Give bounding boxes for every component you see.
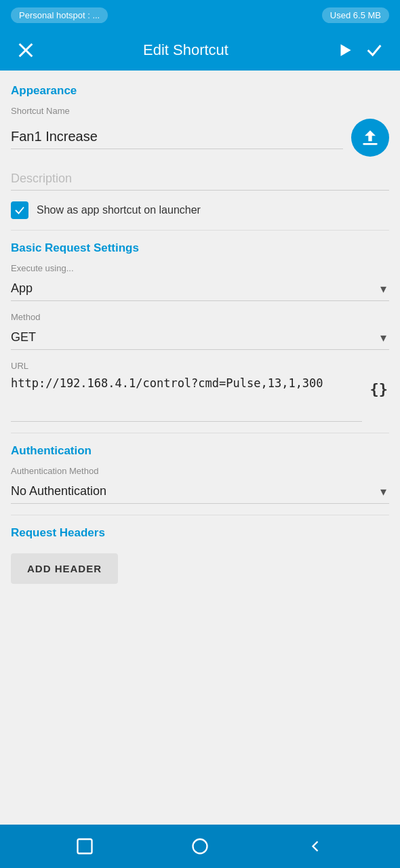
url-input[interactable]: http://192.168.4.1/control?cmd=Pulse,13,… [11,374,362,422]
nav-back-button[interactable] [300,831,330,861]
auth-method-dropdown-wrapper: No Authentication ▾ [11,479,389,504]
appearance-section-header: Appearance [11,84,389,98]
auth-method-label: Authentication Method [11,466,389,476]
request-headers-section-header: Request Headers [11,526,389,540]
divider-3 [11,515,389,515]
data-usage: Used 6.5 MB [322,7,389,23]
description-input[interactable] [11,167,389,191]
svg-point-5 [193,840,207,854]
page-title: Edit Shortcut [41,41,331,59]
auth-method-group: Authentication Method No Authentication … [11,466,389,504]
show-as-shortcut-checkbox[interactable] [11,201,28,219]
confirm-button[interactable] [359,35,389,65]
svg-rect-4 [78,840,92,854]
shortcut-name-group: Shortcut Name [11,106,389,157]
close-button[interactable] [11,35,41,65]
url-row: http://192.168.4.1/control?cmd=Pulse,13,… [11,374,389,422]
authentication-section-header: Authentication [11,444,389,458]
execute-dropdown-wrapper: App ▾ [11,276,389,301]
show-as-shortcut-row: Show as app shortcut on launcher [11,201,389,219]
nav-home-button[interactable] [185,831,215,861]
svg-marker-2 [341,44,351,56]
method-group: Method GET ▾ [11,312,389,350]
url-label: URL [11,361,389,371]
bottom-navigation [0,825,400,868]
hotspot-status: Personal hotspot : ... [11,7,108,23]
method-label: Method [11,312,389,322]
auth-method-dropdown[interactable]: No Authentication [11,479,389,504]
shortcut-name-label: Shortcut Name [11,106,389,116]
upload-icon-button[interactable] [351,119,389,157]
url-group: URL http://192.168.4.1/control?cmd=Pulse… [11,361,389,422]
nav-square-button[interactable] [70,831,100,861]
braces-button[interactable]: {} [369,378,390,400]
execute-using-label: Execute using... [11,263,389,273]
basic-request-section-header: Basic Request Settings [11,241,389,255]
shortcut-name-row [11,119,389,157]
divider-2 [11,433,389,433]
method-dropdown[interactable]: GET [11,325,389,350]
divider-1 [11,230,389,231]
toolbar: Edit Shortcut [0,30,400,71]
shortcut-name-input[interactable] [11,126,343,149]
status-bar: Personal hotspot : ... Used 6.5 MB [0,0,400,30]
description-group [11,167,389,191]
add-header-button[interactable]: ADD HEADER [11,553,118,584]
content-area: Appearance Shortcut Name Show as app sho… [0,71,400,825]
execute-using-group: Execute using... App ▾ [11,263,389,301]
show-as-shortcut-label: Show as app shortcut on launcher [37,204,201,216]
svg-rect-3 [363,143,377,145]
play-button[interactable] [331,36,359,64]
method-dropdown-wrapper: GET ▾ [11,325,389,350]
execute-dropdown[interactable]: App [11,276,389,301]
